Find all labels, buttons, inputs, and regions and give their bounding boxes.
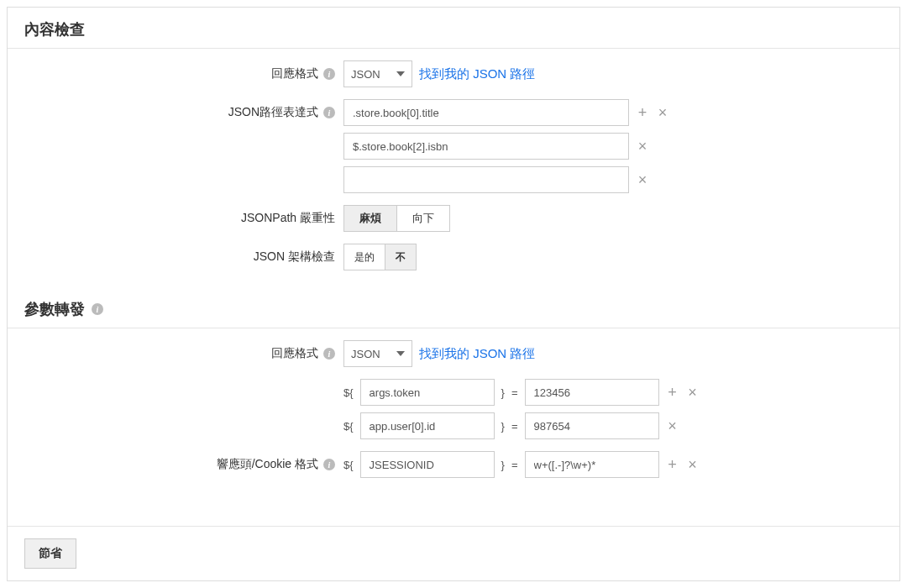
close-icon[interactable] [636,139,649,153]
plus-icon[interactable] [666,458,679,471]
jsonpath-expr-input[interactable] [343,133,629,160]
plus-icon[interactable] [666,386,679,399]
row-response-format: 回應格式 i JSON 找到我的 JSON 路徑 [8,49,899,87]
info-icon[interactable]: i [323,107,335,118]
row-jsonpath-severity: JSONPath 嚴重性 麻煩 向下 [8,193,899,232]
save-button[interactable]: 節省 [24,538,76,569]
schema-no-button[interactable]: 不 [385,244,416,270]
schema-yes-button[interactable]: 是的 [344,244,385,270]
header-key-input[interactable] [360,451,495,478]
close-icon[interactable] [656,106,669,119]
close-icon[interactable] [686,458,700,471]
find-json-path-link-2[interactable]: 找到我的 JSON 路徑 [419,346,535,362]
response-format-select-2[interactable]: JSON [343,340,412,367]
find-json-path-link[interactable]: 找到我的 JSON 路徑 [419,66,535,82]
suffix-text: } [501,459,505,471]
jsonpath-expr-input[interactable] [343,99,629,126]
param-key-input[interactable] [360,412,495,439]
label-header-cookie: 響應頭/Cookie 格式 i [24,451,343,472]
prefix-text: ${ [343,386,354,399]
section-title-param-forward: 參數轉發 i [8,287,899,328]
row-json-schema-check: JSON 架構檢查 是的 不 [8,232,899,270]
suffix-text: } [501,420,505,433]
param-key-input[interactable] [360,379,495,406]
section-title-text: 參數轉發 [24,299,85,319]
header-value-input[interactable] [525,451,659,478]
schema-check-toggle: 是的 不 [343,244,417,270]
info-icon[interactable]: i [323,68,335,80]
jsonpath-expr-input[interactable] [343,166,629,193]
info-icon[interactable]: i [323,348,335,360]
prefix-text: ${ [343,420,354,433]
param-value-input[interactable] [525,412,659,439]
plus-icon[interactable] [636,106,649,119]
row-jsonpath-expr: JSON路徑表達式 i [8,87,899,193]
severity-toggle: 麻煩 向下 [343,205,450,232]
row-response-format-2: 回應格式 i JSON 找到我的 JSON 路徑 [8,328,899,367]
param-value-input[interactable] [525,379,659,406]
severity-trouble-button[interactable]: 麻煩 [344,206,396,231]
severity-down-button[interactable]: 向下 [396,206,449,231]
response-format-select[interactable]: JSON [343,60,412,87]
row-header-cookie: 響應頭/Cookie 格式 i ${ } = [8,439,899,478]
section-title-text: 內容檢查 [24,19,85,39]
equals-text: = [511,386,518,399]
suffix-text: } [501,386,505,399]
section-title-content-check: 內容檢查 [8,8,899,49]
label-jsonpath-expr: JSON路徑表達式 i [24,99,343,120]
label-jsonpath-severity: JSONPath 嚴重性 [24,205,343,226]
equals-text: = [511,459,518,471]
label-json-schema-check: JSON 架構檢查 [24,244,343,265]
close-icon[interactable] [636,173,649,186]
info-icon[interactable]: i [92,303,103,315]
info-icon[interactable]: i [323,459,335,470]
close-icon[interactable] [686,386,700,399]
label-response-format-2: 回應格式 i [24,340,343,361]
prefix-text: ${ [343,459,354,471]
label-response-format: 回應格式 i [24,60,343,81]
equals-text: = [511,420,518,433]
row-param-kv: ${ } = ${ } = [8,367,899,439]
close-icon[interactable] [666,419,679,433]
footer: 節省 [8,526,899,580]
